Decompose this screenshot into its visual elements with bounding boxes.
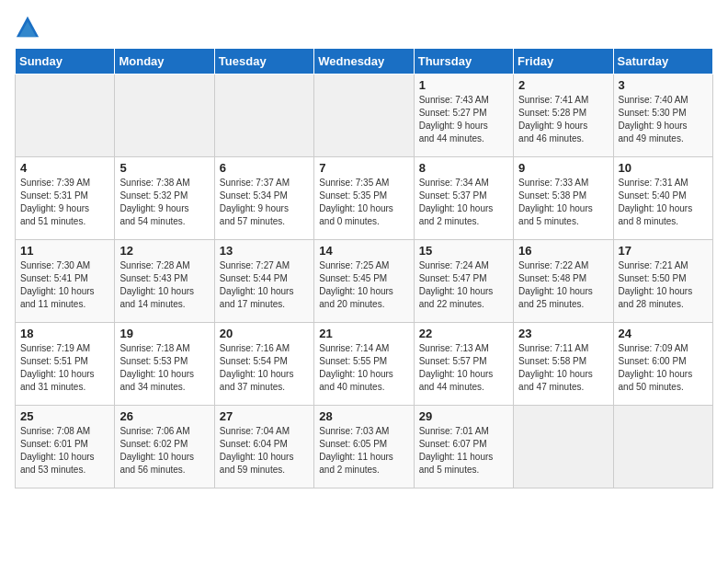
day-info: Sunrise: 7:41 AM Sunset: 5:28 PM Dayligh…	[518, 94, 608, 145]
day-number: 10	[619, 161, 708, 175]
day-header-sunday: Sunday	[16, 49, 115, 75]
calendar-cell	[16, 75, 115, 157]
calendar-cell: 29Sunrise: 7:01 AM Sunset: 6:07 PM Dayli…	[414, 406, 513, 488]
day-number: 17	[619, 244, 708, 258]
day-number: 20	[220, 327, 309, 340]
day-number: 15	[419, 244, 508, 258]
calendar-cell	[115, 75, 214, 157]
day-header-friday: Friday	[514, 49, 613, 75]
day-info: Sunrise: 7:31 AM Sunset: 5:40 PM Dayligh…	[619, 177, 708, 228]
day-number: 29	[419, 409, 508, 423]
day-number: 21	[319, 327, 408, 340]
day-info: Sunrise: 7:30 AM Sunset: 5:41 PM Dayligh…	[20, 259, 109, 311]
calendar-body: 1Sunrise: 7:43 AM Sunset: 5:27 PM Daylig…	[16, 75, 713, 488]
day-header-monday: Monday	[115, 49, 214, 75]
day-number: 26	[119, 409, 209, 423]
logo-icon	[15, 15, 40, 40]
calendar-cell: 15Sunrise: 7:24 AM Sunset: 5:47 PM Dayli…	[414, 240, 513, 323]
day-info: Sunrise: 7:04 AM Sunset: 6:04 PM Dayligh…	[220, 425, 309, 477]
calendar-cell: 6Sunrise: 7:37 AM Sunset: 5:34 PM Daylig…	[214, 157, 313, 240]
calendar-cell: 26Sunrise: 7:06 AM Sunset: 6:02 PM Dayli…	[115, 406, 214, 488]
day-info: Sunrise: 7:38 AM Sunset: 5:32 PM Dayligh…	[119, 177, 209, 228]
day-info: Sunrise: 7:37 AM Sunset: 5:34 PM Dayligh…	[220, 177, 309, 228]
day-header-saturday: Saturday	[613, 49, 712, 75]
day-number: 1	[419, 78, 508, 92]
logo	[15, 15, 44, 40]
calendar-cell: 21Sunrise: 7:14 AM Sunset: 5:55 PM Dayli…	[314, 323, 414, 406]
calendar-cell: 23Sunrise: 7:11 AM Sunset: 5:58 PM Dayli…	[514, 323, 613, 406]
day-number: 11	[20, 244, 109, 258]
calendar-cell: 10Sunrise: 7:31 AM Sunset: 5:40 PM Dayli…	[613, 157, 712, 240]
day-number: 8	[419, 161, 508, 175]
calendar-week-3: 11Sunrise: 7:30 AM Sunset: 5:41 PM Dayli…	[16, 240, 713, 323]
calendar-cell: 25Sunrise: 7:08 AM Sunset: 6:01 PM Dayli…	[16, 406, 115, 488]
day-info: Sunrise: 7:25 AM Sunset: 5:45 PM Dayligh…	[319, 259, 408, 311]
day-number: 12	[119, 244, 209, 258]
day-number: 14	[319, 244, 408, 258]
calendar-cell: 24Sunrise: 7:09 AM Sunset: 6:00 PM Dayli…	[613, 323, 712, 406]
day-info: Sunrise: 7:14 AM Sunset: 5:55 PM Dayligh…	[319, 342, 408, 394]
day-info: Sunrise: 7:39 AM Sunset: 5:31 PM Dayligh…	[20, 177, 109, 228]
day-number: 13	[220, 244, 309, 258]
calendar-cell: 16Sunrise: 7:22 AM Sunset: 5:48 PM Dayli…	[514, 240, 613, 323]
calendar-cell: 19Sunrise: 7:18 AM Sunset: 5:53 PM Dayli…	[115, 323, 214, 406]
day-info: Sunrise: 7:18 AM Sunset: 5:53 PM Dayligh…	[119, 342, 209, 394]
day-info: Sunrise: 7:06 AM Sunset: 6:02 PM Dayligh…	[119, 425, 209, 477]
day-info: Sunrise: 7:22 AM Sunset: 5:48 PM Dayligh…	[518, 259, 608, 311]
calendar-cell: 27Sunrise: 7:04 AM Sunset: 6:04 PM Dayli…	[214, 406, 313, 488]
calendar-cell: 11Sunrise: 7:30 AM Sunset: 5:41 PM Dayli…	[16, 240, 115, 323]
day-number: 18	[20, 327, 109, 340]
day-number: 6	[220, 161, 309, 175]
day-info: Sunrise: 7:03 AM Sunset: 6:05 PM Dayligh…	[319, 425, 408, 477]
calendar-cell: 1Sunrise: 7:43 AM Sunset: 5:27 PM Daylig…	[414, 75, 513, 157]
day-number: 16	[518, 244, 608, 258]
day-info: Sunrise: 7:09 AM Sunset: 6:00 PM Dayligh…	[619, 342, 708, 394]
calendar-cell: 4Sunrise: 7:39 AM Sunset: 5:31 PM Daylig…	[16, 157, 115, 240]
day-info: Sunrise: 7:01 AM Sunset: 6:07 PM Dayligh…	[419, 425, 508, 477]
calendar-header: SundayMondayTuesdayWednesdayThursdayFrid…	[16, 49, 713, 75]
calendar-cell	[514, 406, 613, 488]
header	[15, 15, 713, 40]
calendar-cell: 20Sunrise: 7:16 AM Sunset: 5:54 PM Dayli…	[214, 323, 313, 406]
calendar-cell: 9Sunrise: 7:33 AM Sunset: 5:38 PM Daylig…	[514, 157, 613, 240]
day-header-thursday: Thursday	[414, 49, 513, 75]
day-info: Sunrise: 7:13 AM Sunset: 5:57 PM Dayligh…	[419, 342, 508, 394]
day-number: 22	[419, 327, 508, 340]
day-info: Sunrise: 7:28 AM Sunset: 5:43 PM Dayligh…	[119, 259, 209, 311]
day-number: 4	[20, 161, 109, 175]
calendar-cell: 13Sunrise: 7:27 AM Sunset: 5:44 PM Dayli…	[214, 240, 313, 323]
day-info: Sunrise: 7:33 AM Sunset: 5:38 PM Dayligh…	[518, 177, 608, 228]
calendar-week-4: 18Sunrise: 7:19 AM Sunset: 5:51 PM Dayli…	[16, 323, 713, 406]
day-number: 5	[119, 161, 209, 175]
calendar-cell: 12Sunrise: 7:28 AM Sunset: 5:43 PM Dayli…	[115, 240, 214, 323]
day-number: 2	[518, 78, 608, 92]
day-number: 24	[619, 327, 708, 340]
calendar-cell: 17Sunrise: 7:21 AM Sunset: 5:50 PM Dayli…	[613, 240, 712, 323]
day-info: Sunrise: 7:43 AM Sunset: 5:27 PM Dayligh…	[419, 94, 508, 145]
calendar-cell: 14Sunrise: 7:25 AM Sunset: 5:45 PM Dayli…	[314, 240, 414, 323]
calendar-week-2: 4Sunrise: 7:39 AM Sunset: 5:31 PM Daylig…	[16, 157, 713, 240]
day-number: 25	[20, 409, 109, 423]
day-number: 28	[319, 409, 408, 423]
day-info: Sunrise: 7:08 AM Sunset: 6:01 PM Dayligh…	[20, 425, 109, 477]
day-info: Sunrise: 7:19 AM Sunset: 5:51 PM Dayligh…	[20, 342, 109, 394]
day-info: Sunrise: 7:35 AM Sunset: 5:35 PM Dayligh…	[319, 177, 408, 228]
calendar-week-5: 25Sunrise: 7:08 AM Sunset: 6:01 PM Dayli…	[16, 406, 713, 488]
day-number: 3	[619, 78, 708, 92]
day-header-wednesday: Wednesday	[314, 49, 414, 75]
calendar-cell: 3Sunrise: 7:40 AM Sunset: 5:30 PM Daylig…	[613, 75, 712, 157]
day-number: 27	[220, 409, 309, 423]
day-info: Sunrise: 7:40 AM Sunset: 5:30 PM Dayligh…	[619, 94, 708, 145]
day-number: 9	[518, 161, 608, 175]
day-info: Sunrise: 7:24 AM Sunset: 5:47 PM Dayligh…	[419, 259, 508, 311]
calendar-cell: 2Sunrise: 7:41 AM Sunset: 5:28 PM Daylig…	[514, 75, 613, 157]
calendar-cell: 28Sunrise: 7:03 AM Sunset: 6:05 PM Dayli…	[314, 406, 414, 488]
day-info: Sunrise: 7:34 AM Sunset: 5:37 PM Dayligh…	[419, 177, 508, 228]
calendar-cell: 8Sunrise: 7:34 AM Sunset: 5:37 PM Daylig…	[414, 157, 513, 240]
calendar-cell	[314, 75, 414, 157]
day-info: Sunrise: 7:16 AM Sunset: 5:54 PM Dayligh…	[220, 342, 309, 394]
calendar-cell	[613, 406, 712, 488]
calendar-cell	[214, 75, 313, 157]
day-header-tuesday: Tuesday	[214, 49, 313, 75]
calendar-cell: 7Sunrise: 7:35 AM Sunset: 5:35 PM Daylig…	[314, 157, 414, 240]
